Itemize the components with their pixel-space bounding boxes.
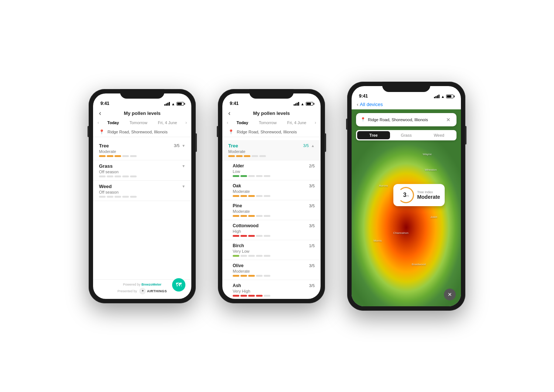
map-tab-grass[interactable]: Grass bbox=[390, 131, 423, 139]
pollen-tree-1[interactable]: Tree 3/5 ▼ Moderate bbox=[93, 140, 191, 160]
map-close-button[interactable]: ✕ bbox=[445, 116, 452, 123]
weed-level-1: Off season bbox=[99, 190, 185, 194]
grass-name-1: Grass bbox=[99, 163, 113, 169]
alder-name: Alder bbox=[233, 163, 244, 168]
bar-seg bbox=[122, 196, 129, 198]
pollen-tree-2[interactable]: Tree 3/5 ▲ Moderate bbox=[222, 140, 321, 160]
index-label: Tree Index bbox=[417, 190, 440, 194]
map-tab-tree[interactable]: Tree bbox=[357, 131, 390, 139]
status-icons-2: ▲ bbox=[294, 102, 313, 106]
map-label-joliet: Joliet bbox=[430, 215, 437, 219]
bar-seg bbox=[99, 196, 106, 198]
tab-fri-1[interactable]: Fri, 4 June bbox=[155, 120, 179, 126]
all-devices-link[interactable]: All devices bbox=[360, 102, 383, 107]
presented-by-1: Presented by ✦ AIRTHINGS bbox=[117, 288, 167, 294]
bar-seg bbox=[114, 196, 121, 198]
weed-name-1: Weed bbox=[99, 184, 112, 189]
map-close-fab[interactable]: ✕ bbox=[444, 289, 456, 300]
location-pin-2: 📍 bbox=[228, 129, 234, 134]
pollen-pine-2: Pine 3/5 Moderate bbox=[222, 200, 321, 220]
status-icons-1: ▲ bbox=[164, 102, 184, 106]
prev-date-1[interactable]: ‹ bbox=[98, 120, 99, 125]
map-type-tabs: Tree Grass Weed bbox=[356, 130, 456, 140]
grass-chevron-1: ▼ bbox=[182, 164, 185, 168]
map-label-braidwood: Braidwood bbox=[412, 263, 426, 266]
notch-3 bbox=[382, 82, 430, 92]
map-location-text: Ridge Road, Shorewood, Illionois bbox=[368, 117, 428, 122]
map-tab-weed[interactable]: Weed bbox=[423, 131, 455, 139]
map-label-aurora: Aurora bbox=[379, 184, 388, 187]
airthings-logo-1: ✦ AIRTHINGS bbox=[139, 288, 167, 294]
nav-bar-2: ‹ My pollen levels bbox=[222, 108, 321, 118]
location-pin-1: 📍 bbox=[99, 129, 105, 134]
map-location-card: 📍 Ridge Road, Shorewood, Illionois ✕ bbox=[356, 113, 456, 126]
birch-name: Birch bbox=[233, 243, 244, 248]
pollen-alder-2: Alder 2/5 Low bbox=[222, 160, 321, 180]
status-time-1: 9:41 bbox=[100, 101, 109, 106]
tree-level-1: Moderate bbox=[99, 149, 185, 154]
pollen-ash-2: Ash 3/5 Very High bbox=[222, 280, 321, 299]
alder-score: 2/5 bbox=[309, 164, 315, 168]
bar-seg bbox=[130, 155, 137, 157]
prev-date-2[interactable]: ‹ bbox=[227, 120, 228, 125]
status-icons-3: ▲ bbox=[434, 95, 454, 99]
oak-name: Oak bbox=[233, 183, 241, 188]
tree-score-1: 3/5 bbox=[174, 143, 179, 148]
wifi-icon-1: ▲ bbox=[171, 102, 175, 106]
phone-1: 9:41 ▲ ‹ M bbox=[89, 89, 196, 303]
next-date-1[interactable]: › bbox=[185, 120, 187, 125]
battery-icon-3 bbox=[446, 95, 454, 98]
bar-seg bbox=[130, 196, 137, 198]
index-info: Tree Index Moderate bbox=[417, 190, 440, 200]
battery-icon-2 bbox=[306, 102, 313, 106]
phone-3: 9:41 ▲ ‹ All devices bbox=[347, 82, 465, 311]
map-fab-1[interactable]: 🗺 bbox=[172, 278, 185, 292]
location-bar-1: 📍 Ridge Road, Shorewood, Illionois bbox=[93, 127, 191, 137]
olive-score: 3/5 bbox=[309, 263, 315, 268]
olive-name: Olive bbox=[233, 263, 243, 268]
tree-chevron-1: ▼ bbox=[182, 144, 185, 148]
status-time-2: 9:41 bbox=[230, 101, 239, 106]
powered-by-1: Powered by BreezoMeter bbox=[123, 283, 161, 286]
wifi-icon-2: ▲ bbox=[301, 102, 304, 106]
ash-score: 3/5 bbox=[309, 283, 315, 288]
map-pin-icon: 📍 bbox=[360, 117, 366, 122]
back-button-2[interactable]: ‹ bbox=[228, 109, 230, 117]
signal-icon-3 bbox=[434, 95, 440, 98]
birch-level: Very Low bbox=[233, 249, 315, 253]
all-devices-chevron[interactable]: ‹ bbox=[357, 102, 358, 107]
olive-level: Moderate bbox=[233, 269, 315, 273]
next-date-2[interactable]: › bbox=[315, 120, 316, 125]
map-label-morris: Morris bbox=[373, 239, 382, 242]
bar-seg bbox=[122, 175, 129, 177]
tab-tomorrow-2[interactable]: Tomorrow bbox=[257, 120, 279, 126]
oak-score: 3/5 bbox=[309, 184, 315, 188]
cottonwood-bars bbox=[233, 235, 315, 237]
tab-fri-2[interactable]: Fri, 4 June bbox=[285, 120, 308, 126]
bar-seg bbox=[130, 175, 137, 177]
pollen-olive-2: Olive 3/5 Moderate bbox=[222, 260, 321, 280]
grass-bars-1 bbox=[99, 175, 185, 177]
tab-today-2[interactable]: Today bbox=[235, 120, 251, 126]
tab-today-1[interactable]: Today bbox=[105, 120, 122, 126]
pine-bars bbox=[233, 215, 315, 217]
index-number: 3 bbox=[403, 192, 407, 198]
tree-name-1: Tree bbox=[99, 143, 109, 149]
bar-seg bbox=[99, 155, 106, 157]
map-label-channahon: Channahon bbox=[393, 231, 408, 235]
cottonwood-name: Cottonwood bbox=[233, 223, 259, 228]
pollen-grass-1[interactable]: Grass ▼ Off season bbox=[93, 160, 191, 181]
tab-tomorrow-1[interactable]: Tomorrow bbox=[127, 120, 150, 126]
notch-1 bbox=[120, 89, 164, 99]
bar-seg bbox=[107, 196, 113, 198]
index-circle: 3 /5 bbox=[398, 187, 414, 203]
battery-icon-1 bbox=[177, 102, 184, 106]
bar-seg bbox=[99, 175, 106, 177]
map-label-wheaton: Wheaton bbox=[425, 168, 437, 171]
date-tabs-2: ‹ Today Tomorrow Fri, 4 June › bbox=[222, 118, 321, 127]
pollen-weed-1[interactable]: Weed ▼ Off season bbox=[93, 181, 191, 201]
index-value: Moderate bbox=[417, 194, 440, 200]
back-button-1[interactable]: ‹ bbox=[99, 109, 101, 117]
signal-icon-1 bbox=[164, 102, 170, 106]
alder-level: Low bbox=[233, 169, 315, 174]
